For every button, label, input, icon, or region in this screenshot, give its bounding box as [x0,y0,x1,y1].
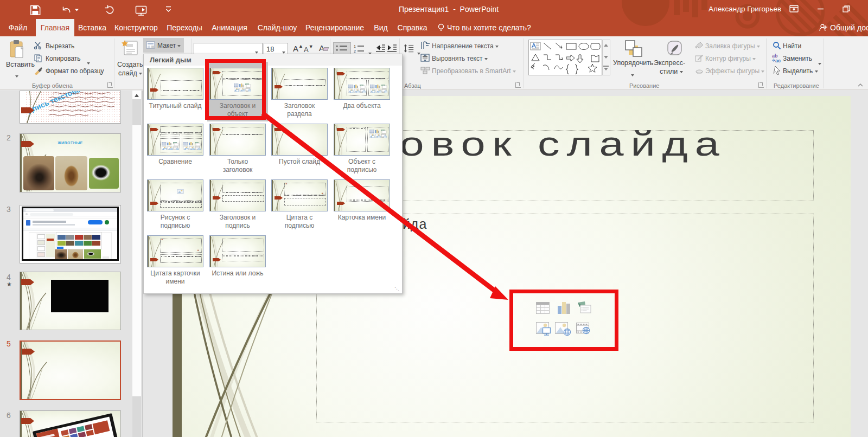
svg-text:1: 1 [354,44,356,48]
svg-text:ac: ac [775,58,781,63]
svg-text:2: 2 [354,49,356,53]
